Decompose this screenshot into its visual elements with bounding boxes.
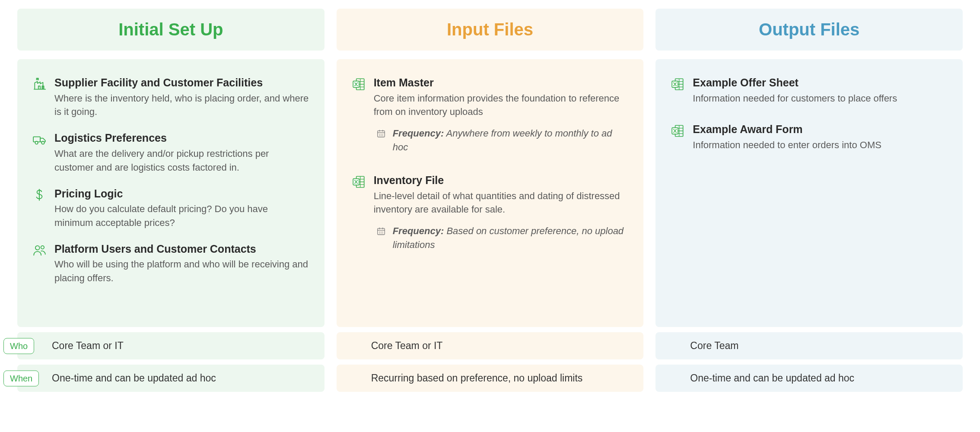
item: Logistics Preferences What are the deliv… [32,131,309,174]
calendar-icon [376,226,387,236]
item: Example Offer Sheet Information needed f… [670,76,947,105]
item: Inventory File Line-level detail of what… [351,173,628,252]
comparison-grid: Initial Set Up Supplier Facility and Cus… [17,9,963,327]
column-initial-setup: Initial Set Up Supplier Facility and Cus… [17,9,325,327]
item: Platform Users and Customer Contacts Who… [32,242,309,285]
row-label-who: Who [3,338,34,354]
item-title: Example Award Form [693,122,947,137]
item-desc: Where is the inventory held, who is plac… [54,92,309,119]
item-desc: Information needed to enter orders into … [693,138,947,152]
item-desc: What are the delivery and/or pickup rest… [54,147,309,175]
column-body: Supplier Facility and Customer Facilitie… [17,59,325,327]
frequency-label: Frequency: [393,226,444,236]
calendar-icon [376,128,387,139]
footer-cell: Recurring based on preference, no upload… [337,365,644,392]
item: Example Award Form Information needed to… [670,122,947,152]
footer-section: Who Core Team or IT Core Team or IT Core… [17,332,963,392]
item-title: Logistics Preferences [54,131,309,145]
row-label-when: When [3,370,39,386]
truck-icon [32,132,48,147]
footer-cell: Core Team or IT [17,332,325,359]
excel-icon [670,76,686,92]
item-title: Platform Users and Customer Contacts [54,242,309,256]
footer-cell: Core Team [655,332,963,359]
item-title: Pricing Logic [54,187,309,201]
column-header: Initial Set Up [17,9,325,51]
footer-row-when: When One-time and can be updated ad hoc … [17,365,963,392]
footer-cell: One-time and can be updated ad hoc [655,365,963,392]
column-output-files: Output Files Example Offer Sheet Informa… [655,9,963,327]
footer-row-who: Who Core Team or IT Core Team or IT Core… [17,332,963,359]
item-desc: Information needed for customers to plac… [693,92,947,105]
item-title: Item Master [374,76,628,90]
item-desc: How do you calculate default pricing? Do… [54,202,309,230]
excel-icon [670,123,686,139]
item-title: Supplier Facility and Customer Facilitie… [54,76,309,90]
column-header: Output Files [655,9,963,51]
item: Supplier Facility and Customer Facilitie… [32,76,309,119]
excel-icon [351,174,367,190]
people-icon [32,243,48,258]
frequency: Frequency: Based on customer preference,… [376,224,628,252]
item-desc: Who will be using the platform and who w… [54,257,309,285]
column-input-files: Input Files Item Master Core item inform… [337,9,644,327]
frequency: Frequency: Anywhere from weekly to month… [376,127,628,154]
factory-icon [32,76,48,92]
item: Pricing Logic How do you calculate defau… [32,187,309,230]
excel-icon [351,76,367,92]
item-title: Inventory File [374,173,628,187]
column-body: Example Offer Sheet Information needed f… [655,59,963,327]
item-desc: Line-level detail of what quantities and… [374,189,628,217]
item: Item Master Core item information provid… [351,76,628,154]
frequency-label: Frequency: [393,128,444,139]
footer-cell: One-time and can be updated ad hoc [17,365,325,392]
dollar-icon [32,187,48,203]
item-desc: Core item information provides the found… [374,92,628,119]
column-header: Input Files [337,9,644,51]
column-body: Item Master Core item information provid… [337,59,644,327]
footer-cell: Core Team or IT [337,332,644,359]
item-title: Example Offer Sheet [693,76,947,90]
